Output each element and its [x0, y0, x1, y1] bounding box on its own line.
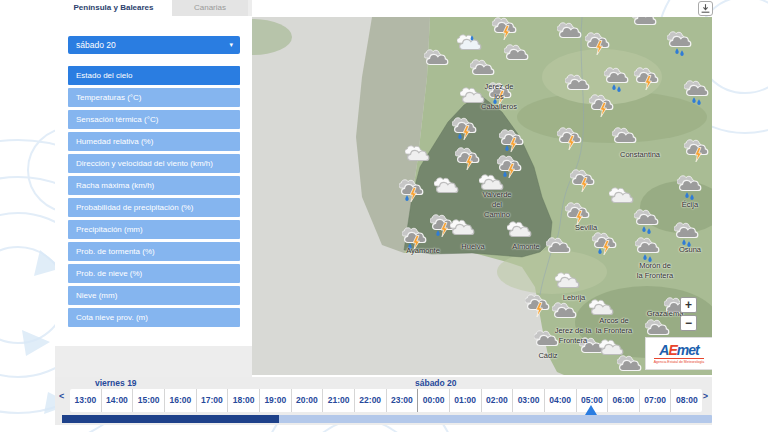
cloud-icon [504, 44, 530, 70]
sidebar: Península y Baleares Canarias sábado 20 … [55, 0, 252, 377]
cloud-icon [546, 237, 572, 263]
aemet-logo-text: AEmet [659, 344, 698, 357]
town-label-jerez-de-la-frontera: Jerez de laFrontera [555, 326, 592, 346]
storm-rain-icon [592, 232, 618, 258]
time-cell-1900[interactable]: 19:00 [259, 389, 291, 412]
storm-icon [492, 17, 518, 43]
time-cell-2000[interactable]: 20:00 [291, 389, 323, 412]
cloud-icon [557, 22, 583, 48]
tab-canarias[interactable]: Canarias [172, 0, 248, 16]
sidebar-item-humedad-relativa[interactable]: Humedad relativa (%) [68, 132, 240, 151]
drizzle-icon [457, 34, 483, 60]
sidebar-item-racha-maxima-km-h[interactable]: Racha máxima (km/h) [68, 176, 240, 195]
weather-app: Península y Baleares Canarias sábado 20 … [0, 0, 768, 432]
time-cell-0700[interactable]: 07:00 [639, 389, 671, 412]
zoom-out-button[interactable]: − [680, 315, 697, 331]
storm-rain-icon [452, 117, 478, 143]
time-cell-0200[interactable]: 02:00 [481, 389, 513, 412]
variable-menu: Estado del cieloTemperaturas (°C)Sensaci… [68, 66, 240, 327]
time-cell-0000[interactable]: 00:00 [417, 389, 449, 412]
download-button[interactable] [698, 1, 713, 16]
cloud-icon [617, 355, 643, 375]
date-dropdown[interactable]: sábado 20 ▾ [68, 36, 240, 54]
sidebar-item-sensacion-termica-c[interactable]: Sensación térmica (°C) [68, 110, 240, 129]
storm-icon [634, 67, 660, 93]
town-label-grazalema: Grazalema [647, 309, 684, 319]
cloud-white-icon [405, 145, 431, 171]
chevron-down-icon: ▾ [229, 41, 240, 49]
sidebar-item-prob-de-nieve[interactable]: Prob. de nieve (%) [68, 264, 240, 283]
town-label-osuna: Osuna [679, 245, 701, 255]
sidebar-item-estado-del-cielo[interactable]: Estado del cielo [68, 66, 240, 85]
cloud-white-icon [609, 187, 635, 213]
sidebar-item-temperaturas-c[interactable]: Temperaturas (°C) [68, 88, 240, 107]
sidebar-item-prob-de-tormenta[interactable]: Prob. de tormenta (%) [68, 242, 240, 261]
time-cell-0400[interactable]: 04:00 [544, 389, 576, 412]
storm-icon [455, 147, 481, 173]
storm-rain-icon [399, 179, 425, 205]
town-label-almonte: Almonte [512, 242, 540, 252]
town-label-arcos-de-la-frontera: Arcos dela Frontera [596, 316, 632, 336]
sidebar-panel: sábado 20 ▾ Estado del cieloTemperaturas… [55, 16, 252, 346]
rain-icon [677, 175, 703, 201]
tab-peninsula-y-baleares[interactable]: Península y Baleares [55, 0, 172, 16]
rain-icon [604, 67, 630, 93]
time-cell-0600[interactable]: 06:00 [607, 389, 639, 412]
town-label-cadiz: Cádiz [538, 351, 557, 361]
town-label-ecija: Écija [682, 200, 698, 210]
cloud-white-icon [434, 177, 460, 203]
town-label-moron-de-la-frontera: Morón dela Frontera [637, 261, 673, 281]
sidebar-item-nieve-mm[interactable]: Nieve (mm) [68, 286, 240, 305]
time-cell-1300[interactable]: 13:00 [70, 389, 101, 412]
rain-icon [667, 31, 693, 57]
date-dropdown-value: sábado 20 [68, 40, 229, 50]
timeline-next-arrow[interactable]: > [703, 391, 708, 401]
time-cells: 13:0014:0015:0016:0017:0018:0019:0020:00… [70, 389, 702, 412]
time-cell-1800[interactable]: 18:00 [227, 389, 259, 412]
sidebar-item-precipitacion-mm[interactable]: Precipitación (mm) [68, 220, 240, 239]
time-scrollbar[interactable] [62, 415, 712, 423]
time-cell-2300[interactable]: 23:00 [386, 389, 418, 412]
cloud-icon [424, 49, 450, 75]
cloud-icon [632, 17, 658, 35]
zoom-in-button[interactable]: + [680, 297, 697, 313]
time-cell-1500[interactable]: 15:00 [132, 389, 164, 412]
time-cell-0100[interactable]: 01:00 [449, 389, 481, 412]
weather-map[interactable]: Jerez delosCaballerosConstantinaValverde… [252, 17, 712, 375]
sidebar-item-probabilidad-de-precipitacion[interactable]: Probabilidad de precipitación (%) [68, 198, 240, 217]
storm-icon [589, 94, 615, 120]
download-icon [700, 3, 711, 14]
storm-rain-icon [499, 129, 525, 155]
time-cell-0800[interactable]: 08:00 [670, 389, 702, 412]
rain-icon [684, 80, 710, 106]
town-label-ayamonte: Ayamonte [406, 246, 440, 256]
time-cell-1400[interactable]: 14:00 [101, 389, 133, 412]
rain-icon [635, 237, 661, 263]
timeline: viernes 19 sábado 20 < > 13:0014:0015:00… [55, 377, 712, 425]
town-label-valverde-del-camino: ValverdedelCamino [482, 190, 511, 220]
day-label-sabado: sábado 20 [415, 378, 457, 388]
rain-icon [634, 209, 660, 235]
town-label-huelva: Huelva [461, 242, 484, 252]
map-zoom-controls: + − [680, 297, 697, 333]
storm-icon [684, 139, 710, 165]
storm-icon [585, 32, 611, 58]
aemet-logo-subtitle: Agencia Estatal de Meteorología [654, 358, 705, 364]
sidebar-item-direccion-y-velocidad-del-viento-km-h[interactable]: Dirección y velocidad del viento (km/h) [68, 154, 240, 173]
town-label-constantina: Constantina [620, 150, 660, 160]
town-label-lebrija: Lebrija [563, 293, 586, 303]
timeline-prev-arrow[interactable]: < [59, 391, 64, 401]
selected-time-marker[interactable] [585, 405, 597, 415]
aemet-logo: AEmet Agencia Estatal de Meteorología [645, 337, 712, 370]
time-cell-1600[interactable]: 16:00 [164, 389, 196, 412]
sidebar-item-cota-nieve-prov-m[interactable]: Cota nieve prov. (m) [68, 308, 240, 327]
town-label-sevilla: Sevilla [575, 223, 597, 233]
town-label-jerez-de-los-caballeros: Jerez delosCaballeros [481, 82, 517, 112]
time-cell-1700[interactable]: 17:00 [196, 389, 228, 412]
storm-icon [525, 294, 551, 320]
time-cell-0300[interactable]: 03:00 [512, 389, 544, 412]
storm-icon [570, 169, 596, 195]
storm-icon [557, 127, 583, 153]
time-cell-2100[interactable]: 21:00 [322, 389, 354, 412]
time-cell-2200[interactable]: 22:00 [354, 389, 386, 412]
